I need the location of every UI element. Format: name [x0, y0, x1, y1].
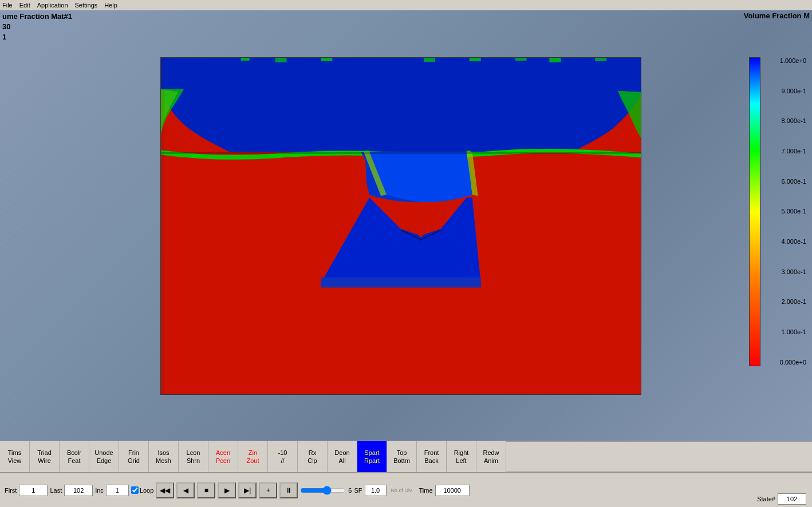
toolbar-btn-bot-edge: Edge [97, 457, 112, 465]
toolbar-btn-bot-grid: Grid [128, 457, 140, 465]
toolbar-btn-bot-pcen: Pcen [216, 457, 230, 465]
scale-label-4: 6.000e-1 [780, 178, 806, 185]
toolbar-btn--10[interactable]: -10// [268, 441, 298, 472]
toolbar-btn-top-rx: Rx [309, 449, 316, 457]
loop-checkbox-row: Loop [131, 486, 153, 494]
toolbar-btn-top-acen: Acen [216, 449, 230, 457]
scale-label-1: 9.000e-1 [780, 88, 806, 95]
toolbar-btn-top-isos: Isos [157, 449, 169, 457]
state-input[interactable] [778, 493, 806, 505]
nodiv-label: No.of Div [391, 488, 412, 493]
toolbar-btn-front[interactable]: FrontBack [417, 441, 447, 472]
toolbar-btn-top-zin: Zin [249, 449, 257, 457]
time-label: Time [419, 487, 433, 494]
toolbar-btn-bot-anim: Anim [484, 457, 498, 465]
toolbar-btn-top-unode: Unode [94, 449, 113, 457]
svg-rect-4 [161, 58, 165, 394]
toolbar-btn-top-lcon: Lcon [187, 449, 200, 457]
slider-value: 6 [348, 487, 352, 494]
toolbar-btn-redw[interactable]: RedwAnim [476, 441, 506, 472]
visualization-container[interactable] [160, 57, 641, 395]
toolbar-btn-lcon[interactable]: LconShrn [179, 441, 208, 472]
scale-bar [749, 57, 760, 366]
toolbar-btn-top--10: -10 [278, 449, 287, 457]
toolbar-btn-top-tims: Tims [8, 449, 21, 457]
sf-input[interactable] [365, 485, 387, 496]
scale-label-6: 4.000e-1 [780, 238, 806, 245]
toolbar-btn-tims[interactable]: TimsView [0, 441, 30, 472]
menu-file[interactable]: File [2, 2, 13, 9]
title-left: ume Fraction Mat#1 30 1 [2, 11, 72, 43]
speed-slider[interactable] [300, 486, 346, 495]
toolbar-btn-bot-//: // [281, 457, 284, 465]
menu-settings[interactable]: Settings [75, 2, 98, 9]
rewind-button[interactable]: ◀◀ [156, 482, 174, 498]
step-fwd-button[interactable]: ▶| [238, 482, 257, 498]
toolbar-btn-top-right: Right [454, 449, 469, 457]
pause-button[interactable]: ⏸ [279, 482, 298, 498]
toolbar-btn-bot-view: View [8, 457, 22, 465]
toolbar-btn-top-deon: Deon [334, 449, 349, 457]
menu-edit[interactable]: Edit [19, 2, 30, 9]
state-row: State# [757, 493, 806, 505]
play-button[interactable]: ▶ [218, 482, 236, 498]
toolbar-btn-bot-rpart: Rpart [364, 457, 380, 465]
toolbar-btn-triad[interactable]: TriadWire [30, 441, 60, 472]
title-right: Volume Fraction M [744, 11, 810, 20]
loop-checkbox[interactable] [131, 486, 139, 494]
toolbar-btn-top-top: Top [397, 449, 407, 457]
stop-button[interactable]: ■ [197, 482, 215, 498]
menu-application[interactable]: Application [37, 2, 68, 9]
scale-label-0: 1.000e+0 [780, 57, 806, 65]
toolbar-btn-bcolr[interactable]: BcolrFeat [60, 441, 89, 472]
toolbar-btn-top-redw: Redw [483, 449, 499, 457]
inc-label: Inc [95, 487, 104, 494]
toolbar-btn-bot-left: Left [456, 457, 466, 465]
state-label: State# [757, 496, 775, 502]
last-input[interactable] [64, 485, 93, 496]
menu-bar: File Edit Application Settings Help [0, 0, 812, 10]
time-input[interactable] [435, 485, 470, 496]
loop-label: Loop [140, 487, 153, 494]
toolbar-btn-bot-clp: Clp [308, 457, 317, 465]
toolbar-btn-bot-all: All [338, 457, 345, 465]
toolbar-btn-zin[interactable]: ZinZout [238, 441, 268, 472]
svg-rect-2 [321, 278, 480, 288]
toolbar: TimsViewTriadWireBcolrFeatUnodeEdgeFrinG… [0, 441, 812, 473]
toolbar-btn-bot-bottm: Bottm [393, 457, 410, 465]
last-label: Last [50, 487, 62, 494]
sf-label: SF [354, 487, 362, 494]
toolbar-btn-bot-feat: Feat [68, 457, 80, 465]
toolbar-btn-top-frin: Frin [128, 449, 139, 457]
menu-help[interactable]: Help [104, 2, 117, 9]
toolbar-btn-top-spart: Spart [364, 449, 379, 457]
scale-label-8: 2.000e-1 [780, 298, 806, 306]
toolbar-btn-bot-zout: Zout [246, 457, 259, 465]
toolbar-btn-spart[interactable]: SpartRpart [357, 441, 387, 472]
toolbar-btn-unode[interactable]: UnodeEdge [89, 441, 119, 472]
prev-button[interactable]: ◀ [176, 482, 195, 498]
viz-svg [161, 58, 641, 394]
toolbar-btn-top[interactable]: TopBottm [387, 441, 417, 472]
toolbar-btn-top-front: Front [424, 449, 439, 457]
toolbar-btn-bot-mesh: Mesh [156, 457, 171, 465]
scale-label-2: 8.000e-1 [780, 117, 806, 125]
scale-labels: 1.000e+0 9.000e-1 8.000e-1 7.000e-1 6.00… [780, 57, 806, 366]
first-label: First [5, 487, 17, 494]
toolbar-btn-rx[interactable]: RxClp [298, 441, 328, 472]
scale-label-9: 1.000e-1 [780, 328, 806, 336]
scale-label-3: 7.000e-1 [780, 148, 806, 155]
toolbar-btn-frin[interactable]: FrinGrid [119, 441, 149, 472]
inc-input[interactable] [106, 485, 129, 496]
scale-label-5: 5.000e-1 [780, 208, 806, 215]
toolbar-btn-acen[interactable]: AcenPcen [208, 441, 238, 472]
first-input[interactable] [19, 485, 48, 496]
scale-label-10: 0.000e+0 [780, 359, 806, 366]
toolbar-btn-deon[interactable]: DeonAll [328, 441, 357, 472]
scale-label-7: 3.000e-1 [780, 268, 806, 276]
controls-bar: First Last Inc Loop ◀◀ ◀ ■ ▶ ▶| + ⏸ 6 SF… [0, 473, 812, 507]
toolbar-btn-right[interactable]: RightLeft [447, 441, 476, 472]
plus-button[interactable]: + [259, 482, 277, 498]
toolbar-btn-isos[interactable]: IsosMesh [149, 441, 179, 472]
toolbar-btn-top-bcolr: Bcolr [67, 449, 81, 457]
